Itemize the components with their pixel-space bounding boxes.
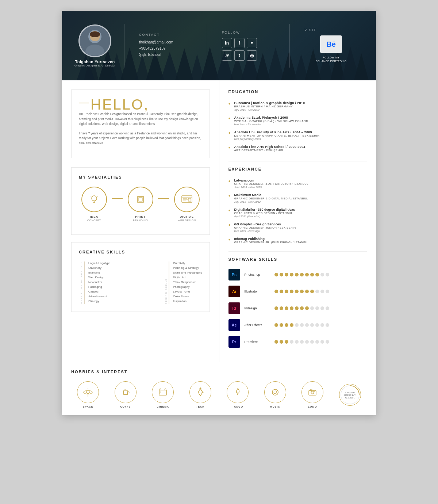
hobbies-title: HOBBIES & INTEREST: [71, 370, 367, 374]
specialty-digital-sublabel: WEB DESIGN: [178, 219, 196, 222]
software-skills-section: SOFTWARE SKILLS Ps Photoshop Ai Illustra…: [228, 257, 367, 348]
dot-filled: [280, 306, 283, 310]
specialty-digital-icon: [174, 187, 200, 212]
language-circle: ENGLISH UPPER INT. W.S.INST.: [339, 384, 361, 406]
hobby-coffee: COFFE: [115, 381, 137, 408]
left-skill-item: Stationery: [88, 266, 111, 270]
right-skills-list: CreativityPlanning & StrategySigns and T…: [173, 261, 202, 303]
visit-section: Visit Bē FOLLOW MYBEHANCE PORTFOLIO: [297, 28, 365, 63]
header-content: Tolgahan Yurtseven Graphic Designer & Ar…: [62, 24, 376, 68]
dot-empty: [320, 306, 324, 310]
skill-dots: [274, 340, 329, 344]
avatar-section: Tolgahan Yurtseven Graphic Designer & Ar…: [73, 24, 117, 67]
education-list: ● Bureau23 | motion & graphic design / 2…: [228, 101, 367, 152]
dot-filled: [280, 340, 283, 344]
person-title: Graphic Designer & Art Director: [74, 64, 115, 67]
specialties-title: MY SPECIALTIES: [79, 175, 202, 179]
edu-content: Anadolu Fine Arts High School / 2000-200…: [234, 145, 306, 152]
education-item: ● Anadolu Uni. Faculty of Fine Arts / 20…: [228, 130, 367, 141]
pinterest-icon[interactable]: 𝒫: [222, 50, 232, 61]
dot-empty: [326, 273, 329, 276]
edu-title: Anadolu Fine Arts High School / 2000-200…: [234, 145, 306, 149]
skill-dots: [274, 273, 329, 276]
dot-filled: [285, 290, 288, 293]
exp-date: July 2011 - Now 2012: [234, 200, 308, 203]
exp-date: April 2011 (8 months): [234, 215, 295, 218]
left-skill-item: Logo & Logotype: [88, 261, 111, 265]
dot-filled: [285, 340, 288, 344]
dot-empty: [310, 306, 314, 310]
dot-empty: [310, 340, 314, 344]
dot-filled: [285, 306, 288, 310]
edu-bullet: ●: [228, 102, 231, 106]
cinema-icon: [152, 381, 174, 403]
social-row-1: in f ✦: [222, 38, 275, 48]
tech-label: TECH: [196, 405, 204, 408]
behance-box[interactable]: Bē: [320, 35, 342, 53]
resume-header: Tolgahan Yurtseven Graphic Designer & Ar…: [62, 11, 376, 80]
left-skill-item: Web Design: [88, 276, 111, 279]
skill-dots: [274, 306, 329, 310]
software-name: After Effects: [245, 323, 270, 327]
specialty-print-icon: [128, 187, 153, 212]
exp-bullet: ●: [228, 179, 231, 183]
exp-bullet: ●: [228, 223, 231, 227]
social-icons: in f ✦ 𝒫 t ◎: [222, 38, 275, 61]
language-arc-svg: ENGLISH UPPER INT. W.S.INST.: [339, 384, 361, 406]
facebook-icon[interactable]: f: [234, 38, 245, 48]
svg-point-27: [92, 196, 97, 201]
exp-role: GRAPHICER & WEB DESIGN / ISTANBUL: [234, 211, 295, 215]
right-skill-item: Creativity: [173, 261, 202, 265]
exp-content: Lidyana.com GRAPHIC DESIGNER & ART DIREC…: [234, 179, 308, 189]
svg-text:UPPER INT.: UPPER INT.: [344, 394, 356, 396]
hello-dash: —: [79, 97, 89, 107]
dot-filled: [285, 273, 288, 276]
exp-content: Maksimum Media GRAPHIC DESIGNER & DIGITA…: [234, 193, 308, 203]
left-skill-item: Advertisement: [88, 295, 111, 298]
specialty-print: PRINT BRANDING: [128, 187, 153, 222]
print-icon: [135, 194, 146, 205]
software-item: Ps Photoshop: [228, 269, 367, 280]
software-name: Premiere: [245, 340, 270, 344]
dot-filled: [280, 323, 283, 327]
exp-bullet: ●: [228, 194, 231, 198]
hobby-tech: TECH: [189, 381, 211, 408]
resume-wrapper: Tolgahan Yurtseven Graphic Designer & Ar…: [62, 11, 376, 415]
dot-filled: [274, 340, 278, 344]
specialty-idea: IDEA CONCEPT: [81, 187, 107, 222]
education-item: ● Akademia Sztuk Pieknych / 2008 WYDZIAL…: [228, 116, 367, 126]
dot-empty: [295, 340, 299, 344]
dot-filled: [305, 306, 309, 310]
space-icon: [77, 381, 99, 403]
dot-filled: [300, 306, 304, 310]
contact-phone: +905432379187: [139, 46, 192, 50]
svg-point-24: [85, 45, 104, 56]
specialty-digital-label: DIGITAL: [180, 215, 194, 218]
digital-icon: [180, 194, 193, 205]
left-column: — HELLO, I'm Freelance Graphic Designer …: [62, 80, 219, 362]
dot-filled: [300, 290, 304, 293]
edu-content: Akademia Sztuk Pieknych / 2008 WYDZIAL G…: [234, 116, 308, 126]
svg-rect-60: [310, 389, 312, 390]
software-icon-box: Id: [228, 302, 240, 314]
specialty-digital: DIGITAL WEB DESIGN: [174, 187, 200, 222]
edu-content: Bureau23 | motion & graphic design / 201…: [234, 101, 305, 111]
tumblr-icon[interactable]: t: [234, 50, 245, 61]
edu-subtitle: ERASMUS INTERN / MAINZ GERMANY: [234, 105, 305, 108]
linkedin-icon[interactable]: in: [222, 38, 232, 48]
software-icon-box: Ae: [228, 319, 240, 331]
twitter-icon[interactable]: ✦: [247, 38, 257, 48]
svg-rect-34: [138, 196, 143, 202]
svg-text:ENGLISH: ENGLISH: [345, 392, 354, 394]
dot-filled: [280, 290, 283, 293]
svg-point-59: [312, 392, 313, 393]
person-name: Tolgahan Yurtseven: [75, 60, 115, 64]
software-item: Pr Premiere: [228, 336, 367, 348]
right-skill-item: Think Responsive: [173, 280, 202, 284]
software-name: Illustrator: [245, 290, 270, 293]
dot-empty: [326, 290, 329, 293]
instagram-icon[interactable]: ◎: [247, 50, 257, 61]
hobbies-section: HOBBIES & INTEREST SPACE COFFE: [62, 362, 376, 415]
right-skill-item: Photography: [173, 285, 202, 289]
software-name: Indesign: [245, 306, 270, 310]
